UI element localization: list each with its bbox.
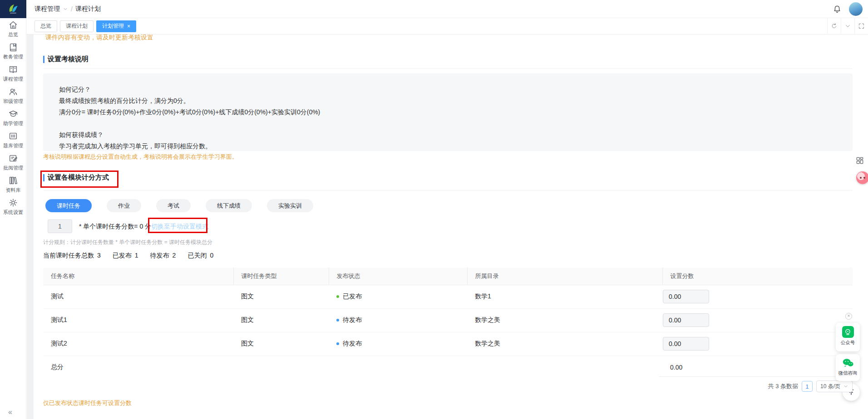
mascot-eye	[860, 177, 862, 179]
section-accent-bar	[43, 56, 44, 63]
task-count-input[interactable]	[48, 219, 72, 233]
graduation-cap-icon	[8, 109, 18, 119]
module-tab-homework[interactable]: 作业	[107, 199, 141, 212]
sidebar-collapse-button[interactable]: «	[8, 408, 12, 416]
task-status: 待发布	[329, 308, 467, 332]
score-input[interactable]	[663, 313, 709, 327]
courseware-change-warning: 课件内容有变动，请及时更新考核设置	[45, 34, 153, 42]
task-type: 图文	[233, 285, 329, 308]
sidebar-item-question-bank[interactable]: 题库管理	[0, 131, 26, 149]
gear-icon	[8, 198, 18, 208]
sidebar-item-label: 总览	[8, 32, 18, 38]
info-line: 学习者完成加入考核的学习单元，即可得到相应分数。	[59, 141, 853, 152]
stat-published: 已发布1	[113, 252, 138, 260]
library-icon	[8, 175, 18, 185]
tab-overview[interactable]: 总览	[35, 20, 57, 32]
users-icon	[8, 87, 18, 97]
wechat-consult-widget[interactable]: 微信咨询	[836, 354, 860, 381]
module-tab-lab-training[interactable]: 实验实训	[267, 199, 313, 212]
stat-closed: 已关闭0	[187, 252, 213, 260]
sidebar-item-label: 教务管理	[3, 54, 23, 60]
refresh-button[interactable]	[827, 18, 841, 34]
score-input[interactable]	[663, 337, 709, 351]
assessment-section-header: 设置考核说明	[43, 55, 89, 63]
breadcrumb-current: 课程计划	[75, 5, 101, 13]
task-name: 测试2	[43, 332, 233, 356]
wechat-icon	[842, 357, 854, 368]
pagination: 共 3 条数据 1 10 条/页	[768, 380, 853, 392]
task-score-cell	[662, 332, 853, 356]
page-size-select[interactable]: 10 条/页	[816, 380, 853, 392]
task-catalog: 数学之美	[467, 332, 662, 356]
official-account-label: 公众号	[841, 340, 855, 346]
section-title: 设置考核说明	[48, 55, 89, 63]
panel-layout-button[interactable]	[855, 156, 864, 165]
official-account-widget[interactable]: 公众号	[836, 323, 860, 351]
breadcrumb-menu[interactable]: 课程管理	[35, 5, 60, 13]
close-widgets-icon[interactable]: ×	[845, 313, 852, 320]
assessment-info-box: 如何记分？ 最终成绩按照考核的百分比计分，满分为0分。 满分0分= 课时任务0分…	[43, 73, 853, 151]
tab-plan-management[interactable]: 计划管理 ×	[96, 20, 136, 32]
task-table: 任务名称 课时任务类型 发布状态 所属目录 设置分数 测试 图文 已发布 数学1…	[43, 268, 853, 379]
user-avatar[interactable]	[849, 2, 863, 16]
home-icon	[8, 20, 18, 30]
sidebar-item-overview[interactable]: 总览	[0, 20, 26, 38]
topbar-actions	[833, 2, 863, 16]
task-name: 测试1	[43, 308, 233, 332]
table-row: 测试2 图文 待发布 数学之美	[43, 332, 853, 356]
col-task-name: 任务名称	[43, 268, 233, 285]
info-line: 如何获得成绩？	[59, 129, 853, 141]
refresh-icon	[831, 23, 838, 29]
task-status: 已发布	[329, 285, 467, 308]
chevron-down-icon[interactable]	[63, 6, 68, 12]
module-tab-offline-score[interactable]: 线下成绩	[206, 199, 252, 212]
view-tabbar: 总览 课程计划 计划管理 ×	[26, 18, 868, 34]
official-account-icon	[842, 326, 854, 338]
tab-menu-button[interactable]	[841, 18, 854, 34]
fullscreen-button[interactable]	[854, 18, 868, 34]
info-line: 如何记分？	[59, 84, 853, 95]
close-icon[interactable]: ×	[127, 24, 130, 29]
sidebar-item-course[interactable]: 课程管理	[0, 64, 26, 82]
task-type: 图文	[233, 332, 329, 356]
status-dot	[336, 319, 339, 322]
sidebar-item-label: 班级管理	[3, 98, 23, 104]
col-catalog: 所属目录	[467, 268, 662, 285]
open-book-icon	[8, 64, 18, 74]
chevron-down-icon	[844, 23, 851, 29]
panel-layout-icon	[855, 156, 864, 165]
sidebar-item-tutoring[interactable]: 助学管理	[0, 109, 26, 127]
section-accent-bar	[43, 174, 44, 181]
sidebar-item-settings[interactable]: 系统设置	[0, 198, 26, 215]
page-size-value: 10 条/页	[820, 383, 840, 390]
status-dot	[336, 295, 339, 298]
topbar: 课程管理 / 课程计划	[26, 0, 868, 18]
score-input[interactable]	[663, 290, 709, 303]
sidebar-item-class[interactable]: 班级管理	[0, 87, 26, 104]
tab-course-plan[interactable]: 课程计划	[60, 20, 94, 32]
module-tab-exam[interactable]: 考试	[156, 199, 191, 212]
page-button-1[interactable]: 1	[802, 381, 813, 392]
task-catalog: 数学1	[467, 285, 662, 308]
sidebar-item-label: 系统设置	[3, 210, 23, 215]
notification-bell-icon[interactable]	[833, 5, 842, 14]
total-label: 总分	[43, 356, 233, 379]
module-tab-lesson-task[interactable]: 课时任务	[45, 199, 92, 212]
sidebar-item-review[interactable]: 批阅管理	[0, 153, 26, 171]
task-score-cell	[662, 285, 853, 308]
tab-label: 课程计划	[66, 22, 88, 30]
table-row: 测试1 图文 待发布 数学之美	[43, 308, 853, 332]
scoring-section-header: 设置各模块计分方式	[43, 173, 109, 182]
content-scrollbar-track[interactable]	[27, 34, 34, 419]
logo-icon	[6, 4, 20, 14]
table-header-row: 任务名称 课时任务类型 发布状态 所属目录 设置分数	[43, 268, 853, 285]
breadcrumb-separator: /	[71, 5, 73, 13]
sidebar-item-library[interactable]: 资料库	[0, 175, 26, 193]
wechat-consult-label: 微信咨询	[838, 370, 858, 376]
review-icon	[8, 153, 18, 163]
mascot-help-button[interactable]	[856, 171, 868, 184]
col-set-score: 设置分数	[662, 268, 853, 285]
sidebar-item-academic[interactable]: 教务管理	[0, 42, 26, 60]
switch-manual-mode-link[interactable]: 切换至手动设置模式	[151, 223, 208, 231]
tab-label: 总览	[40, 22, 51, 30]
